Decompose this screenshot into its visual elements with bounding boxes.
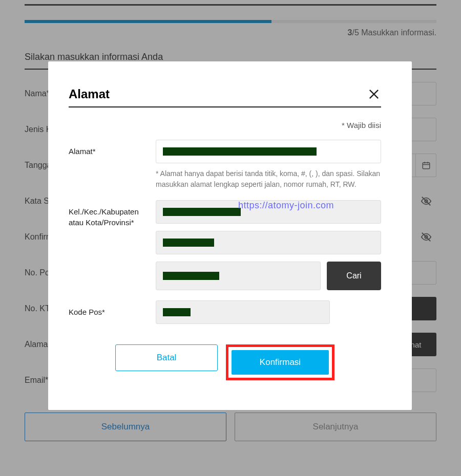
modal-underline xyxy=(69,106,381,107)
next-button[interactable]: Selanjutnya xyxy=(235,413,436,441)
redacted-bar xyxy=(163,239,214,247)
redacted-bar xyxy=(163,208,241,216)
cari-button[interactable]: Cari xyxy=(327,262,381,290)
section-title: Silakan masukkan informasi Anda xyxy=(25,52,436,62)
svg-rect-0 xyxy=(423,163,430,169)
label-modal-alamat: Alamat* xyxy=(69,140,150,190)
required-hint: * Wajib diisi xyxy=(69,121,381,129)
redacted-bar xyxy=(163,308,191,316)
progress-total: 5 xyxy=(354,28,359,37)
progress-fill xyxy=(25,20,271,23)
address-modal: Alamat * Wajib diisi Alamat* * Alamat ha… xyxy=(48,61,412,410)
progress-label: Masukkan informasi. xyxy=(361,28,436,37)
progress-step: 3 xyxy=(348,28,352,37)
redacted-bar xyxy=(163,147,317,156)
alamat-help-text: * Alamat hanya dapat berisi tanda titik,… xyxy=(156,168,381,190)
modal-title: Alamat xyxy=(69,87,110,101)
top-rule xyxy=(25,4,436,6)
eye-off-icon[interactable] xyxy=(416,189,436,213)
konfirmasi-highlight: Konfirmasi xyxy=(226,344,334,380)
redacted-bar xyxy=(163,272,219,280)
calendar-icon[interactable] xyxy=(416,154,436,177)
progress-bar xyxy=(25,20,436,23)
label-modal-kodepos: Kode Pos* xyxy=(69,300,150,324)
batal-button[interactable]: Batal xyxy=(115,344,218,371)
eye-off-icon[interactable] xyxy=(416,225,436,249)
progress-text: 3/5 Masukkan informasi. xyxy=(25,28,436,37)
label-modal-kel: Kel./Kec./Kabupaten atau Kota/Provinsi* xyxy=(69,200,150,290)
prev-button[interactable]: Sebelumnya xyxy=(25,413,226,441)
close-icon[interactable] xyxy=(367,87,381,101)
konfirmasi-button[interactable]: Konfirmasi xyxy=(232,350,329,375)
